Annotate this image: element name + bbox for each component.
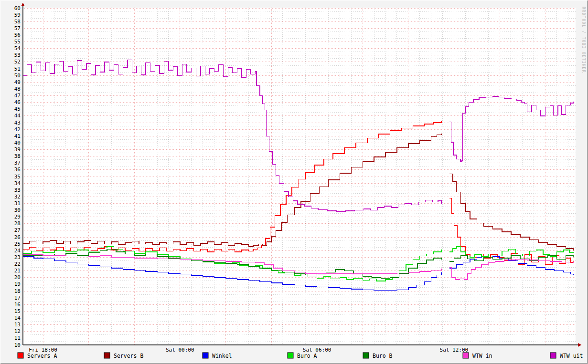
y-tick-label: 29 (14, 214, 21, 220)
x-axis-arrow (578, 343, 582, 347)
legend-label-servers-a: Servers A (27, 353, 57, 359)
legend-swatch-buro-b (363, 353, 369, 358)
y-tick-label: 16 (14, 302, 21, 308)
y-tick-label: 20 (14, 274, 21, 281)
y-tick-label: 10 (14, 342, 21, 348)
y-tick-label: 35 (14, 174, 21, 180)
y-tick-label: 30 (14, 207, 21, 213)
y-tick-label: 40 (14, 140, 21, 146)
y-tick-label: 38 (14, 153, 21, 159)
y-tick-label: 60 (14, 5, 21, 11)
y-tick-label: 24 (14, 248, 21, 254)
y-tick-label: 48 (14, 86, 21, 92)
y-tick-label: 59 (14, 12, 21, 18)
y-tick-label: 50 (14, 73, 21, 79)
graph-canvas: 1011121314151617181920212223242526272829… (1, 1, 587, 363)
y-axis-arrow (21, 2, 25, 6)
legend-label-servers-b: Servers B (114, 353, 143, 359)
legend-label-buro-a: Buro A (297, 353, 317, 359)
legend: Servers AServers BWinkelBuro ABuro BWTW … (18, 353, 583, 359)
legend-swatch-servers-b (104, 353, 110, 358)
y-tick-label: 23 (14, 254, 21, 260)
y-tick-label: 33 (14, 187, 21, 193)
y-tick-label: 13 (14, 322, 21, 328)
y-tick-label: 28 (14, 220, 21, 227)
y-tick-label: 32 (14, 194, 21, 200)
y-tick-label: 26 (14, 234, 21, 240)
y-tick-label: 18 (14, 288, 21, 294)
rrdtool-graph: 1011121314151617181920212223242526272829… (0, 0, 588, 364)
y-tick-label: 43 (14, 120, 21, 126)
y-axis-labels: 1011121314151617181920212223242526272829… (14, 5, 21, 348)
legend-swatch-wtw-uit (550, 353, 556, 358)
y-tick-label: 11 (14, 335, 21, 341)
plot-canvas (23, 8, 576, 345)
y-tick-label: 19 (14, 281, 21, 287)
legend-swatch-servers-a (18, 353, 23, 358)
y-tick-label: 31 (14, 200, 21, 207)
x-axis-labels: Fri 18:00Sat 00:00Sat 06:00Sat 12:00 (29, 347, 468, 353)
legend-label-buro-b: Buro B (373, 353, 393, 359)
y-tick-label: 57 (14, 25, 21, 31)
x-tick-label: Sat 00:00 (166, 347, 194, 353)
y-tick-label: 56 (14, 32, 21, 38)
y-tick-label: 51 (14, 66, 21, 72)
y-tick-label: 22 (14, 261, 21, 267)
legend-swatch-wtw-in (463, 353, 469, 358)
y-tick-label: 47 (14, 93, 21, 99)
legend-label-winkel: Winkel (212, 353, 232, 359)
y-tick-label: 37 (14, 160, 21, 166)
y-tick-label: 44 (14, 113, 21, 119)
y-tick-label: 21 (14, 268, 21, 274)
y-tick-label: 52 (14, 59, 21, 65)
y-tick-label: 15 (14, 308, 21, 314)
y-tick-label: 12 (14, 328, 21, 334)
y-tick-label: 25 (14, 241, 21, 247)
y-tick-label: 27 (14, 227, 21, 233)
y-tick-label: 14 (14, 315, 21, 321)
y-tick-label: 46 (14, 99, 21, 105)
watermark-text: RRDTOOL / TOBI OETIKER (581, 7, 586, 73)
x-tick-label: Sat 12:00 (440, 347, 469, 353)
y-tick-label: 55 (14, 39, 21, 45)
legend-label-wtw-uit: WTW uit (560, 353, 583, 359)
y-tick-label: 34 (14, 180, 21, 187)
y-tick-label: 53 (14, 52, 21, 58)
y-tick-label: 36 (14, 166, 21, 173)
y-tick-label: 58 (14, 19, 21, 25)
y-tick-label: 17 (14, 295, 21, 301)
y-tick-label: 39 (14, 146, 21, 153)
y-tick-label: 49 (14, 79, 21, 85)
y-tick-label: 54 (14, 45, 21, 52)
y-tick-label: 41 (14, 133, 21, 139)
legend-swatch-winkel (203, 353, 208, 358)
legend-swatch-buro-a (288, 353, 293, 358)
y-tick-label: 42 (14, 126, 21, 133)
legend-label-wtw-in: WTW in (472, 353, 492, 359)
y-tick-label: 45 (14, 106, 21, 112)
